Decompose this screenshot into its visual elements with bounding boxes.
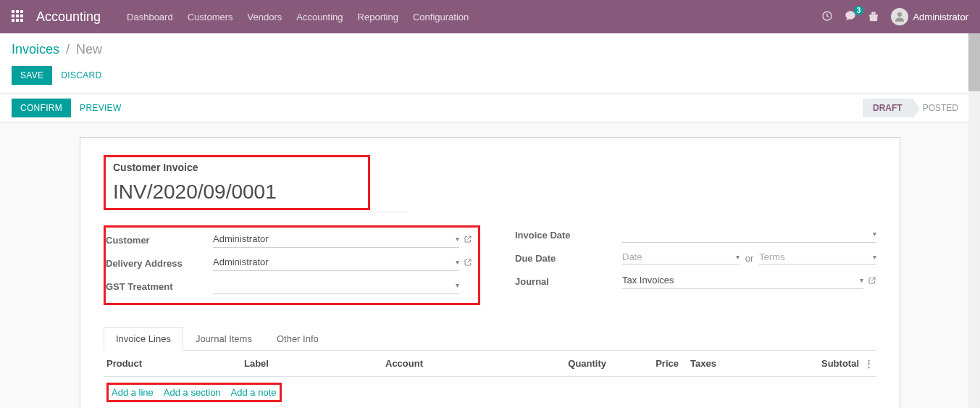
- scrollbar[interactable]: [968, 33, 980, 408]
- tabs: Invoice Lines Journal Items Other Info: [104, 327, 876, 351]
- chevron-down-icon[interactable]: ▾: [873, 253, 876, 261]
- apps-icon[interactable]: [12, 10, 25, 23]
- label-due-date: Due Date: [515, 253, 622, 264]
- sheet-container: Customer Invoice INV/2020/09/0001 Custom…: [0, 122, 980, 408]
- due-date-group: ▾ or ▾: [622, 251, 876, 265]
- avatar-icon: [891, 8, 908, 25]
- add-row: Add a line Add a section Add a note: [104, 377, 876, 408]
- customer-input[interactable]: [213, 232, 451, 246]
- user-menu[interactable]: Administrator: [891, 8, 968, 25]
- col-price: Price: [606, 358, 679, 369]
- chevron-down-icon[interactable]: ▾: [860, 276, 863, 284]
- row-delivery-address: Delivery Address ▾: [106, 254, 472, 272]
- field-due-date[interactable]: ▾: [622, 251, 740, 265]
- tab-other-info[interactable]: Other Info: [264, 327, 331, 351]
- form-left-column: Customer ▾ Delivery Address: [104, 225, 480, 305]
- breadcrumb-bar: Invoices / New: [0, 33, 980, 63]
- confirm-button[interactable]: CONFIRM: [12, 99, 71, 117]
- col-account: Account: [385, 358, 548, 369]
- row-gst-treatment: GST Treatment ▾: [106, 277, 472, 296]
- col-taxes: Taxes: [679, 358, 809, 369]
- breadcrumb: Invoices / New: [12, 42, 968, 57]
- tab-invoice-lines[interactable]: Invoice Lines: [104, 327, 183, 351]
- field-customer[interactable]: ▾: [213, 232, 459, 248]
- label-journal: Journal: [515, 276, 622, 287]
- chevron-down-icon[interactable]: ▾: [456, 281, 459, 289]
- clock-icon[interactable]: [821, 10, 833, 24]
- label-customer: Customer: [106, 235, 213, 246]
- scrollbar-thumb[interactable]: [968, 33, 980, 91]
- discard-button[interactable]: DISCARD: [61, 70, 101, 80]
- label-delivery-address: Delivery Address: [106, 258, 213, 269]
- breadcrumb-separator: /: [66, 42, 70, 57]
- external-link-icon[interactable]: [464, 258, 472, 269]
- due-date-input[interactable]: [622, 251, 736, 262]
- external-link-icon[interactable]: [464, 235, 472, 246]
- highlight-add-links: Add a line Add a section Add a note: [106, 383, 282, 402]
- status-posted[interactable]: POSTED: [913, 99, 968, 117]
- field-journal[interactable]: ▾: [622, 273, 863, 289]
- form-grid: Customer ▾ Delivery Address: [104, 225, 876, 305]
- topbar-right: 3 Administrator: [821, 8, 968, 25]
- breadcrumb-parent[interactable]: Invoices: [12, 42, 59, 57]
- field-gst-treatment[interactable]: ▾: [213, 278, 459, 294]
- messages-badge: 3: [854, 6, 864, 15]
- field-delivery-address[interactable]: ▾: [213, 255, 459, 271]
- menu-customers[interactable]: Customers: [188, 12, 233, 22]
- form-right-column: Invoice Date ▾ Due Date ▾ or: [515, 225, 876, 305]
- row-journal: Journal ▾: [515, 272, 876, 291]
- more-icon[interactable]: ⋮: [859, 358, 874, 369]
- menu-reporting[interactable]: Reporting: [358, 12, 398, 22]
- chevron-down-icon[interactable]: ▾: [456, 258, 459, 266]
- svg-point-1: [897, 12, 902, 17]
- breadcrumb-current: New: [76, 42, 102, 57]
- col-subtotal: Subtotal: [809, 358, 859, 369]
- title-underline: [104, 212, 408, 212]
- menu-dashboard[interactable]: Dashboard: [127, 12, 173, 22]
- gst-treatment-input[interactable]: [213, 278, 451, 292]
- field-terms[interactable]: ▾: [759, 251, 876, 265]
- journal-input[interactable]: [622, 273, 855, 287]
- field-invoice-date[interactable]: ▾: [622, 227, 876, 243]
- status-bar: DRAFT POSTED: [863, 99, 968, 117]
- action-bar: CONFIRM PREVIEW DRAFT POSTED: [0, 93, 980, 122]
- chevron-down-icon[interactable]: ▾: [736, 253, 740, 261]
- chevron-down-icon[interactable]: ▾: [873, 230, 876, 238]
- app-brand[interactable]: Accounting: [36, 9, 101, 25]
- menu-configuration[interactable]: Configuration: [413, 12, 469, 22]
- col-label: Label: [244, 358, 385, 369]
- or-label: or: [745, 253, 754, 264]
- topbar: Accounting Dashboard Customers Vendors A…: [0, 0, 980, 33]
- label-invoice-date: Invoice Date: [515, 230, 622, 241]
- highlight-fields: Customer ▾ Delivery Address: [104, 225, 480, 305]
- tab-journal-items[interactable]: Journal Items: [183, 327, 264, 351]
- col-quantity: Quantity: [548, 358, 606, 369]
- row-due-date: Due Date ▾ or ▾: [515, 249, 876, 267]
- external-link-icon[interactable]: [868, 276, 876, 287]
- row-customer: Customer ▾: [106, 230, 472, 249]
- form-title[interactable]: INV/2020/09/0001: [113, 180, 361, 204]
- control-panel-buttons: SAVE DISCARD: [0, 63, 980, 93]
- col-product: Product: [106, 358, 244, 369]
- terms-input[interactable]: [759, 251, 873, 262]
- preview-button[interactable]: PREVIEW: [80, 103, 121, 113]
- form-title-label: Customer Invoice: [113, 162, 361, 173]
- add-line-link[interactable]: Add a line: [112, 387, 154, 398]
- table-header: Product Label Account Quantity Price Tax…: [104, 351, 876, 377]
- save-button[interactable]: SAVE: [12, 66, 52, 85]
- label-gst-treatment: GST Treatment: [106, 281, 213, 292]
- gift-icon[interactable]: [868, 10, 879, 24]
- add-section-link[interactable]: Add a section: [164, 387, 221, 398]
- top-menu: Dashboard Customers Vendors Accounting R…: [127, 12, 469, 22]
- menu-accounting[interactable]: Accounting: [296, 12, 343, 22]
- menu-vendors[interactable]: Vendors: [248, 12, 282, 22]
- form-sheet: Customer Invoice INV/2020/09/0001 Custom…: [80, 137, 900, 408]
- delivery-address-input[interactable]: [213, 255, 451, 269]
- status-draft[interactable]: DRAFT: [863, 99, 913, 117]
- messages-icon[interactable]: 3: [845, 10, 856, 24]
- add-note-link[interactable]: Add a note: [231, 387, 277, 398]
- invoice-date-input[interactable]: [622, 227, 868, 241]
- user-name: Administrator: [913, 12, 968, 22]
- highlight-title: Customer Invoice INV/2020/09/0001: [104, 155, 370, 210]
- chevron-down-icon[interactable]: ▾: [456, 235, 459, 243]
